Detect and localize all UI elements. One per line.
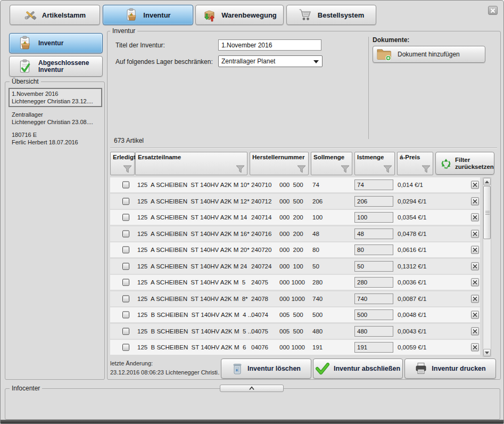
herstellernummer-cell: 04074 (251, 312, 268, 318)
istmenge-input[interactable] (354, 196, 393, 207)
divider (368, 37, 369, 139)
istmenge-input[interactable] (354, 277, 393, 288)
uebersicht-item[interactable]: Zentrallager Lichtenegger Christian 23.0… (9, 109, 102, 128)
column-header-ersatzteilname[interactable]: Ersatzteilname (135, 152, 247, 175)
tab-warenbewegung[interactable]: Warenbewegung (195, 5, 284, 25)
lager-select[interactable]: Zentrallager Planet (218, 55, 323, 67)
istmenge-input[interactable] (354, 326, 393, 337)
button-label: Inventur drucken (432, 365, 485, 372)
ersatzteilname-cell: 125 B SCHEIBEN ST 140HV A2K M 5 ... (137, 328, 253, 335)
sollmenge-cell: 80 (312, 247, 319, 253)
scroll-down-button[interactable] (483, 349, 491, 356)
erledigt-checkbox[interactable] (122, 198, 129, 205)
uebersicht-item[interactable]: 180716 E Ferlic Herbert 18.07.2016 (9, 129, 102, 148)
erledigt-checkbox[interactable] (122, 182, 129, 189)
erledigt-checkbox[interactable] (122, 230, 129, 237)
caret-up-icon (249, 386, 255, 390)
istmenge-input[interactable] (354, 342, 393, 353)
table-body: 125 A SCHEIBEN ST 140HV A2K M 10* 240710… (110, 177, 480, 355)
table-row: 125 A SCHEIBEN ST 140HV A2K M 8* 24078 0… (110, 291, 480, 306)
filter-funnel-icon[interactable] (297, 165, 306, 173)
close-icon[interactable] (488, 6, 498, 15)
table-scrollbar[interactable] (483, 177, 491, 357)
last-change-value: 23.12.2016 08:06:23 Lichtenegger Christi… (110, 369, 220, 376)
tab-bestellsystem[interactable]: Bestellsystem (286, 5, 376, 25)
infocenter-expand-button[interactable] (220, 385, 284, 392)
scroll-up-button[interactable] (483, 178, 491, 185)
last-change-label: letzte Änderung: (110, 360, 153, 366)
sollmenge-cell: 500 (312, 312, 323, 318)
preis-cell: 0,0048 €/1 (398, 312, 426, 318)
dokument-hinzufuegen-button[interactable]: Dokument hinzufügen (373, 46, 485, 63)
column-header-erledigt[interactable]: Erledigt (110, 152, 135, 175)
delete-row-button[interactable] (471, 295, 479, 303)
erledigt-checkbox[interactable] (122, 344, 129, 351)
app-window: Artikelstamm Inventur (0, 0, 504, 424)
inventur-loeschen-button[interactable]: Inventur löschen (221, 358, 311, 379)
column-header-herstellernummer[interactable]: Herstellernummer (250, 152, 309, 175)
inventur-drucken-button[interactable]: Inventur drucken (404, 358, 496, 379)
delete-row-button[interactable] (471, 344, 479, 352)
tab-label: Bestellsystem (318, 11, 364, 19)
uebersicht-item[interactable]: 1.November 2016 Lichtenegger Christian 2… (9, 88, 102, 107)
table-row: 125 A SCHEIBEN ST 140HV A2K M 12* 240712… (110, 194, 480, 209)
delete-row-button[interactable] (471, 214, 479, 222)
column-header-a-preis[interactable]: á-Preis (397, 152, 433, 175)
erledigt-checkbox[interactable] (122, 312, 129, 319)
inventur-abschliessen-button[interactable]: Inventur abschließen (313, 358, 403, 379)
erledigt-checkbox[interactable] (122, 328, 129, 335)
delete-row-button[interactable] (471, 311, 479, 319)
ersatzteilname-cell: 125 B SCHEIBEN ST 140HV A2K M 4 ... (137, 312, 253, 318)
column-header-sollmenge[interactable]: Sollmenge (311, 152, 352, 175)
erledigt-checkbox[interactable] (122, 214, 129, 221)
table-row: 125 B SCHEIBEN ST 140HV A2K M 5 ... 0407… (110, 324, 480, 339)
delete-row-button[interactable] (471, 246, 479, 254)
filter-funnel-icon[interactable] (341, 165, 350, 173)
scrollbar-thumb[interactable] (483, 186, 491, 239)
istmenge-input[interactable] (354, 309, 393, 320)
filter-reset-button[interactable]: Filter zurücksetzen (435, 152, 494, 175)
tab-inventur[interactable]: Inventur (103, 5, 193, 25)
filter-funnel-icon[interactable] (422, 165, 431, 173)
istmenge-input[interactable] (354, 244, 393, 255)
column-header-istmenge[interactable]: Istmenge (354, 152, 395, 175)
herstellernummer-cell: 240712 (251, 198, 271, 205)
tab-artikelstamm[interactable]: Artikelstamm (10, 5, 100, 25)
item-subtitle: Ferlic Herbert 18.07.2016 (12, 138, 99, 146)
clipboard-icon (18, 36, 32, 51)
erledigt-checkbox[interactable] (122, 295, 129, 302)
filter-funnel-icon[interactable] (383, 165, 392, 173)
istmenge-input[interactable] (354, 212, 393, 223)
delete-row-button[interactable] (471, 262, 479, 270)
preis-cell: 0,0354 €/1 (398, 214, 426, 221)
erledigt-checkbox[interactable] (122, 279, 129, 286)
filter-funnel-icon[interactable] (123, 165, 132, 173)
sidebar-item-abgeschlossene-inventur[interactable]: Abgeschlossene Inventur (9, 56, 103, 77)
istmenge-input[interactable] (354, 229, 393, 239)
delete-row-button[interactable] (471, 230, 479, 238)
chevron-down-icon (313, 60, 319, 63)
sidebar-item-inventur[interactable]: Inventur (9, 33, 103, 53)
istmenge-input[interactable] (354, 180, 393, 190)
delete-row-button[interactable] (471, 327, 479, 335)
delete-row-button[interactable] (471, 197, 479, 205)
title-label: Titel der Inventur: (115, 42, 165, 49)
delete-row-button[interactable] (471, 181, 479, 189)
erledigt-checkbox[interactable] (122, 247, 129, 254)
herstellernummer-cell: 240710 (251, 182, 271, 188)
sidebar-item-label: Abgeschlossene Inventur (38, 60, 97, 74)
delete-row-button[interactable] (471, 279, 479, 287)
uebersicht-panel: Übersicht 1.November 2016 Lichtenegger C… (5, 81, 105, 380)
filter-funnel-icon[interactable] (236, 165, 245, 173)
clipboard-icon (125, 8, 138, 22)
istmenge-input[interactable] (354, 293, 393, 304)
clipboard-check-icon (18, 59, 32, 74)
ersatzteilname-cell: 125 A SCHEIBEN ST 140HV A2K M 16* (137, 231, 250, 237)
sidebar-item-label: Inventur (38, 40, 63, 47)
item-title: 1.November 2016 (12, 90, 99, 97)
herstellernummer-extra-cell: 000 200 (279, 214, 303, 221)
erledigt-checkbox[interactable] (122, 263, 129, 270)
istmenge-input[interactable] (354, 261, 393, 272)
inventur-title-input[interactable] (218, 39, 321, 51)
button-label: Inventur abschließen (334, 365, 400, 372)
